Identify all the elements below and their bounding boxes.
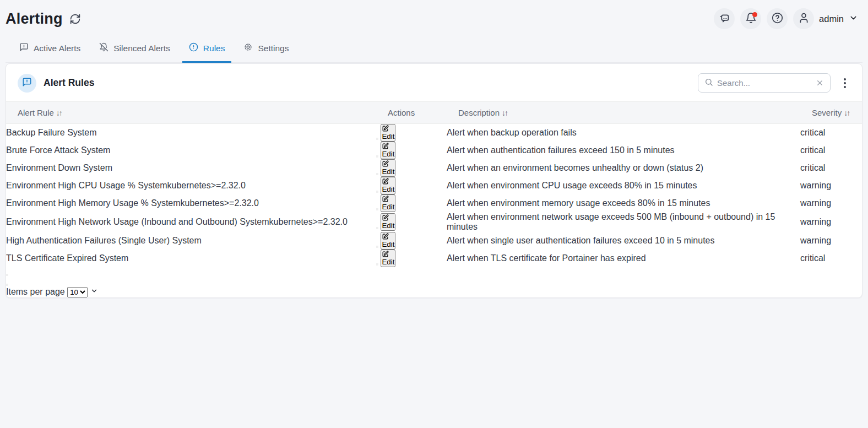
rule-description: Alert when single user authentication fa… <box>447 236 715 245</box>
severity-value: critical <box>800 163 825 172</box>
severity-value: warning <box>800 198 831 208</box>
refresh-icon[interactable] <box>69 13 81 25</box>
rule-tags: Systemkubernetes>=2.32.0 <box>240 217 348 226</box>
table-scroll-area: Alert Rule↓↑ Actions Description↓↑ Sever… <box>6 101 862 267</box>
tab-rules[interactable]: Rules <box>182 37 232 63</box>
tab-label: Active Alerts <box>34 44 80 53</box>
rule-name: Environment High Memory Usage % <box>6 198 149 208</box>
table-row: Environment Down System Edit Alert when … <box>6 159 862 177</box>
rule-tags: System <box>99 253 128 263</box>
items-per-page-select-wrap: 10 <box>67 287 97 296</box>
scroll-right-arrow-icon[interactable] <box>6 284 8 286</box>
edit-label: Edit <box>382 221 394 230</box>
tab-settings[interactable]: Settings <box>237 37 295 63</box>
search-input[interactable] <box>717 78 812 88</box>
rule-tags: System <box>81 145 110 155</box>
column-header-severity[interactable]: Severity↓↑ <box>800 102 862 124</box>
rule-name: Environment Down <box>6 163 80 172</box>
enable-toggle[interactable] <box>376 155 378 158</box>
rule-description: Alert when authentication failures excee… <box>447 145 675 155</box>
edit-pencil-icon <box>382 233 394 240</box>
notifications-button[interactable] <box>740 8 761 29</box>
tab-silenced-alerts[interactable]: Silenced Alerts <box>93 37 177 63</box>
bell-off-icon <box>99 42 109 54</box>
tag-system: System <box>83 163 112 172</box>
edit-label: Edit <box>382 185 394 193</box>
panel-title: Alert Rules <box>44 77 94 89</box>
edit-button[interactable]: Edit <box>381 142 395 159</box>
column-header-description[interactable]: Description↓↑ <box>447 102 800 124</box>
chevron-down-icon <box>90 287 98 295</box>
rule-description: Alert when an environment becomes unheal… <box>447 163 703 172</box>
tag-system: System <box>99 253 128 263</box>
items-per-page-select[interactable]: 10 <box>67 287 88 297</box>
edit-button[interactable]: Edit <box>381 232 395 250</box>
message-square-warning-icon <box>19 42 29 54</box>
column-header-alert-rule[interactable]: Alert Rule↓↑ <box>6 102 376 124</box>
severity-value: critical <box>800 145 825 155</box>
edit-pencil-icon <box>382 125 394 132</box>
horizontal-scrollbar <box>6 267 862 287</box>
tag-kubernetes: kubernetes <box>167 181 211 190</box>
table-row: Backup Failure System Edit Alert when ba… <box>6 124 862 142</box>
clear-search-icon[interactable] <box>816 79 824 87</box>
user-name: admin <box>819 14 844 24</box>
alert-rules-table: Alert Rule↓↑ Actions Description↓↑ Sever… <box>6 101 862 267</box>
enable-toggle[interactable] <box>376 227 378 229</box>
notification-dot <box>752 12 757 17</box>
enable-toggle[interactable] <box>376 246 378 248</box>
search-icon <box>704 78 713 89</box>
assistant-bot-button[interactable] <box>714 8 735 29</box>
edit-button[interactable]: Edit <box>381 213 395 231</box>
help-button[interactable] <box>767 8 788 29</box>
rule-description: Alert when TLS certificate for Portainer… <box>447 253 646 263</box>
rule-name: Environment High Network Usage (Inbound … <box>6 217 237 226</box>
rule-tags: System <box>67 128 96 137</box>
rule-description: Alert when backup operation fails <box>447 128 577 137</box>
table-row: Environment High CPU Usage % Systemkuber… <box>6 177 862 194</box>
tab-label: Rules <box>203 44 225 53</box>
rule-name: Brute Force Attack <box>6 145 79 155</box>
enable-toggle[interactable] <box>376 191 378 193</box>
enable-toggle[interactable] <box>376 208 378 210</box>
alert-rules-panel: Alert Rules <box>6 63 862 298</box>
tag-system: System <box>172 236 201 245</box>
items-per-page-label: Items per page <box>6 287 65 296</box>
page-title: Alerting <box>6 10 63 28</box>
tab-label: Silenced Alerts <box>113 44 170 53</box>
tab-bar: Active Alerts Silenced Alerts Rules Sett… <box>6 37 862 63</box>
rule-name: TLS Certificate Expired <box>6 253 97 263</box>
rule-description: Alert when environment network usage exc… <box>447 212 775 231</box>
table-body: Backup Failure System Edit Alert when ba… <box>6 124 862 268</box>
user-menu[interactable]: admin <box>793 8 858 29</box>
severity-value: warning <box>800 181 831 190</box>
edit-button[interactable]: Edit <box>381 194 395 212</box>
column-header-actions: Actions <box>376 102 447 124</box>
enable-toggle[interactable] <box>376 263 378 266</box>
enable-toggle[interactable] <box>376 138 378 140</box>
panel-icon-circle <box>18 74 36 93</box>
tag-system: System <box>151 198 180 208</box>
edit-button[interactable]: Edit <box>381 177 395 194</box>
tag--2-32-0: >=2.32.0 <box>313 217 348 226</box>
tag-kubernetes: kubernetes <box>269 217 313 226</box>
edit-label: Edit <box>382 203 394 211</box>
tag--2-32-0: >=2.32.0 <box>211 181 246 190</box>
severity-value: critical <box>800 253 825 263</box>
rule-name: High Authentication Failures (Single Use… <box>6 236 170 245</box>
edit-pencil-icon <box>382 251 394 258</box>
table-options-kebab-icon[interactable] <box>839 77 850 89</box>
message-square-warning-icon <box>22 77 32 89</box>
rule-description: Alert when environment CPU usage exceeds… <box>447 181 697 190</box>
edit-pencil-icon <box>382 178 394 185</box>
sort-icons: ↓↑ <box>502 109 507 117</box>
rule-tags: System <box>172 236 201 245</box>
scroll-left-arrow-icon[interactable] <box>6 274 8 276</box>
tag-system: System <box>67 128 96 137</box>
tab-active-alerts[interactable]: Active Alerts <box>13 37 87 63</box>
tab-label: Settings <box>258 44 289 53</box>
severity-value: warning <box>800 236 831 245</box>
enable-toggle[interactable] <box>376 173 378 175</box>
table-row: Brute Force Attack System Edit Alert whe… <box>6 142 862 159</box>
alert-circle-icon <box>189 42 198 54</box>
